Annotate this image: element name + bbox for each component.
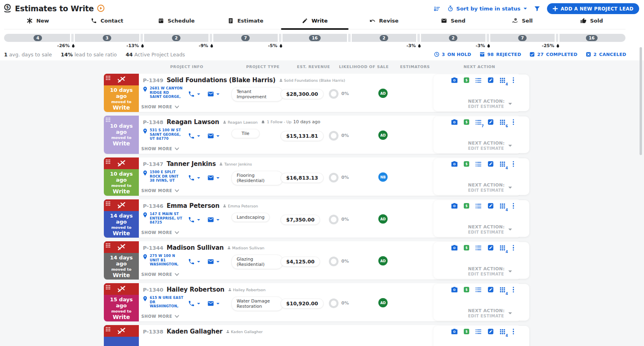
show-more-toggle[interactable]: SHOW MORE [141, 189, 179, 193]
show-more-toggle[interactable]: SHOW MORE [141, 230, 179, 235]
more-options-button[interactable] [511, 244, 516, 251]
estimator-avatar[interactable]: AD [378, 131, 388, 140]
drag-handle-icon[interactable] [106, 118, 110, 122]
tab-revise[interactable]: Revise [369, 18, 398, 24]
funnel-segment-new[interactable]: 4 [4, 34, 72, 42]
payment-request-button[interactable]: $ [463, 118, 470, 126]
lead-name[interactable]: Reagan Lawson [167, 118, 219, 126]
lead-name[interactable]: Solid Foundations (Blake Harris) [167, 77, 276, 84]
payment-request-button[interactable]: $ [463, 77, 470, 84]
est-revenue-chip[interactable]: $15,131.81 [281, 131, 324, 141]
status-rejected[interactable]: 98 REJECTED [479, 52, 521, 57]
email-button[interactable] [207, 216, 220, 223]
apps-grid-button[interactable]: 4 [499, 286, 506, 293]
likelihood-donut[interactable] [329, 173, 339, 182]
estimator-avatar[interactable]: NB [378, 172, 388, 182]
apps-grid-button[interactable]: 4 [499, 77, 506, 84]
call-button[interactable] [188, 133, 200, 139]
photos-button[interactable] [451, 160, 458, 168]
lead-name[interactable]: Emma Peterson [167, 202, 219, 209]
tab-contact[interactable]: Contact [91, 18, 124, 24]
email-button[interactable] [207, 258, 220, 265]
address-link[interactable]: 1500 E SPLITROCK DR UNIT38 IVINS, UT [142, 170, 179, 183]
funnel-segment-estimate[interactable]: 7 [212, 34, 279, 42]
edit-estimate-button[interactable] [487, 328, 494, 335]
drag-handle-icon[interactable] [106, 76, 110, 80]
next-action-dropdown[interactable]: NEXT ACTION: EDIT ESTIMATE [468, 308, 512, 318]
show-more-toggle[interactable]: SHOW MORE [141, 272, 179, 277]
likelihood-donut[interactable] [329, 89, 339, 99]
checklist-button[interactable]: 7 [475, 118, 482, 126]
show-more-toggle[interactable]: SHOW MORE [141, 147, 179, 151]
email-button[interactable] [207, 133, 220, 139]
more-options-button[interactable] [511, 328, 516, 335]
estimator-avatar[interactable]: AD [378, 89, 388, 98]
est-revenue-chip[interactable]: $10,920.00 [281, 298, 324, 309]
sort-order-icon[interactable] [433, 5, 441, 12]
address-link[interactable]: 531 S 100 W STSAINT GEORGE,UT 84770 [142, 128, 181, 141]
call-button[interactable] [188, 216, 200, 223]
tab-sold[interactable]: Sold [580, 18, 603, 24]
photos-button[interactable] [451, 77, 458, 84]
more-options-button[interactable] [511, 203, 516, 209]
apps-grid-button[interactable]: 4 [499, 202, 506, 209]
project-type-chip[interactable]: Tile [231, 129, 260, 138]
tab-send[interactable]: Send [441, 18, 466, 24]
tab-write[interactable]: Write [302, 18, 328, 24]
next-action-dropdown[interactable]: NEXT ACTION: EDIT ESTIMATE [468, 266, 512, 276]
funnel-segment-schedule[interactable]: 2 [142, 34, 210, 42]
photos-button[interactable] [451, 118, 458, 126]
payment-request-button[interactable]: $ [463, 286, 470, 293]
project-type-chip[interactable]: Tenant Improvement [231, 87, 283, 102]
project-type-chip[interactable]: Water Damage Restoration [231, 296, 283, 311]
checklist-button[interactable] [475, 77, 482, 84]
drag-handle-icon[interactable] [106, 327, 110, 331]
edit-estimate-button[interactable] [487, 77, 494, 84]
est-revenue-chip[interactable]: $16,813.13 [281, 173, 324, 183]
call-button[interactable] [188, 300, 200, 307]
tab-sell[interactable]: $ Sell [512, 18, 533, 24]
drag-handle-icon[interactable] [106, 201, 110, 206]
apps-grid-button[interactable]: 4 [499, 244, 506, 251]
est-revenue-chip[interactable]: $4,125.00 [281, 257, 320, 267]
play-walkthrough-icon[interactable] [97, 4, 105, 12]
more-options-button[interactable] [511, 119, 516, 126]
email-button[interactable] [207, 300, 220, 307]
apps-grid-button[interactable]: 4 [499, 328, 506, 335]
project-type-chip[interactable]: Landscaping [231, 213, 270, 222]
est-revenue-chip[interactable]: $28,300.00 [281, 89, 324, 99]
photos-button[interactable] [451, 202, 458, 209]
funnel-segment-write[interactable]: 16 [281, 34, 349, 42]
payment-request-button[interactable]: $ [463, 244, 470, 251]
funnel-segment-contact[interactable]: 3 [73, 34, 141, 42]
drag-handle-icon[interactable] [106, 285, 110, 290]
checklist-button[interactable] [475, 160, 482, 168]
checklist-button[interactable] [475, 202, 482, 209]
next-action-dropdown[interactable]: NEXT ACTION: EDIT ESTIMATE [468, 224, 512, 234]
show-more-toggle[interactable]: SHOW MORE [141, 314, 179, 319]
edit-estimate-button[interactable] [487, 160, 494, 168]
drag-handle-icon[interactable] [106, 160, 110, 164]
est-revenue-chip[interactable]: $7,350.00 [281, 215, 320, 225]
address-link[interactable]: 147 E MAIN STENTERPRISE, UT84725 [142, 212, 182, 225]
tab-new[interactable]: New [27, 18, 49, 24]
show-more-toggle[interactable]: SHOW MORE [141, 105, 179, 109]
email-button[interactable] [207, 174, 220, 181]
likelihood-donut[interactable] [329, 257, 339, 266]
status-on-hold[interactable]: 3 ON HOLD [434, 52, 471, 57]
address-link[interactable]: 275 W 100 NUNIT B1WASHINGTON, [142, 254, 178, 267]
email-button[interactable] [207, 91, 220, 97]
tab-schedule[interactable]: Schedule [158, 18, 195, 24]
estimator-avatar[interactable]: AD [378, 214, 388, 224]
payment-request-button[interactable]: $ [463, 202, 470, 209]
project-type-chip[interactable]: Flooring (Residential) [231, 171, 283, 185]
more-options-button[interactable] [511, 286, 516, 293]
project-type-chip[interactable]: Glazing (Residential) [231, 255, 283, 269]
filter-icon[interactable] [534, 5, 541, 12]
more-options-button[interactable] [511, 161, 516, 168]
status-canceled[interactable]: 2 CANCELED [586, 52, 626, 57]
edit-estimate-button[interactable] [487, 118, 494, 126]
funnel-segment-sold[interactable]: 16 [558, 34, 625, 42]
checklist-button[interactable] [475, 328, 482, 335]
edit-estimate-button[interactable] [487, 202, 494, 209]
